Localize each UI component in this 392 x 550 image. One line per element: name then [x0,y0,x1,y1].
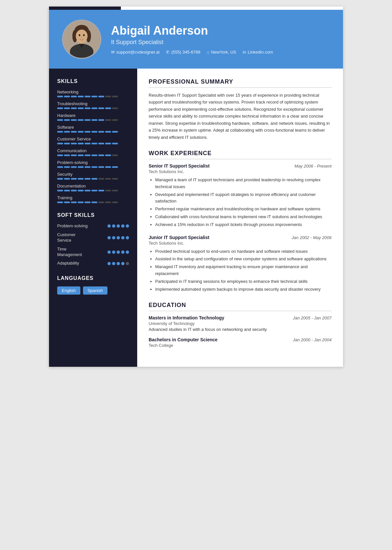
skill-bar-segment [57,119,63,121]
skill-bar [57,119,129,121]
skill-bar-segment [105,154,111,156]
skill-bar-segment [112,131,118,133]
skill-bar-segment [85,119,90,121]
skill-bar [57,96,129,97]
skill-bar-segment [71,166,77,168]
skill-bar-segment [78,202,84,203]
job-bullets: Managed a team of IT support technicians… [149,177,332,228]
svg-point-9 [81,37,82,38]
job-item: Junior IT Support SpecialistJan 2002 - M… [149,235,332,293]
work-title: WORK EXPERIENCE [149,150,332,159]
resume-container: Abigail Anderson It Support Specialist ✉… [49,7,343,367]
language-tag: English [57,286,80,295]
skill-bar-segment [91,96,97,97]
skill-bar-segment [85,96,90,97]
skill-bar-segment [71,178,77,180]
skill-bar-segment [98,178,104,180]
skill-bar-segment [112,119,118,121]
dot [117,251,120,254]
header-section: Abigail Anderson It Support Specialist ✉… [49,10,343,69]
phone-icon: ✆ [166,50,170,55]
skill-bar-segment [91,107,97,109]
skill-bar-segment [78,190,84,191]
skill-bar-segment [105,119,111,121]
skill-bar-segment [71,143,77,144]
svg-point-7 [79,34,80,36]
edu-dates: Jan 2005 - Jan 2007 [293,315,332,320]
skill-name: Software [57,125,129,130]
edu-desc: Advanced studies in IT with a focus on n… [149,327,332,332]
skill-bar-segment [98,131,104,133]
job-dates: May 2006 - Present [295,164,332,169]
skill-bar-segment [64,107,70,109]
linkedin-icon: in [243,50,246,55]
summary-title: PROFESSIONAL SUMMARY [149,78,332,88]
contact-linkedin: in LinkedIn.com [243,50,273,55]
skill-bar-segment [71,154,77,156]
skill-bar [57,190,129,191]
skill-bar-segment [57,178,63,180]
job-bullet: Participated in IT training sessions for… [155,278,332,285]
skill-bar-segment [85,190,90,191]
job-company: Tech Solutions Inc. [149,241,332,246]
edu-degree: Masters in Information Technology [149,315,224,320]
languages-title: LANGUAGES [57,275,129,281]
soft-skill-name: Customer Service [57,232,90,243]
summary-text: Results-driven IT Support Specialist wit… [149,92,332,141]
job-title: Senior IT Support Specialist [149,163,210,169]
skill-item: Networking [57,89,129,97]
dot [117,236,120,239]
soft-skills-title: SOFT SKILLS [57,212,129,218]
edu-dates: Jan 2000 - Jan 2004 [293,337,332,342]
soft-skills-section: SOFT SKILLS Problem-solvingCustomer Serv… [57,212,129,266]
skill-bar-segment [78,143,84,144]
dots-container [107,236,129,239]
soft-skill-name: Problem-solving [57,223,88,229]
dot [112,262,115,265]
education-list: Masters in Information TechnologyJan 200… [149,315,332,348]
skill-bar-segment [71,202,77,203]
skill-bar-segment [78,107,84,109]
skill-name: Security [57,172,129,177]
dot [121,236,124,239]
dot [112,224,115,228]
svg-point-6 [76,30,88,43]
skill-bar-segment [57,143,63,144]
skill-bar-segment [57,190,63,191]
body-section: SKILLS NetworkingTroubleshootingHardware… [49,69,343,367]
soft-skill-item: Customer Service [57,232,129,243]
skill-bar-segment [64,143,70,144]
sidebar: SKILLS NetworkingTroubleshootingHardware… [49,69,137,367]
job-header: Senior IT Support SpecialistMay 2006 - P… [149,163,332,169]
skill-bar-segment [64,154,70,156]
skill-item: Security [57,172,129,180]
skill-bar-segment [112,190,118,191]
skill-bar-segment [91,119,97,121]
skill-bar-segment [85,143,90,144]
skill-name: Problem-solving [57,160,129,165]
skill-item: Documentation [57,184,129,191]
skill-name: Training [57,195,129,200]
education-item: Masters in Information TechnologyJan 200… [149,315,332,332]
dot [117,224,120,228]
job-dates: Jan 2002 - May 2006 [292,235,332,240]
edu-school: Tech College [149,343,332,348]
skill-bar-segment [57,131,63,133]
skill-bar [57,166,129,168]
skill-bar-segment [57,154,63,156]
job-bullets: Provided technical support to end-users … [149,248,332,293]
skill-bar-segment [57,202,63,203]
soft-skill-item: Time Management [57,247,129,258]
dots-container [107,224,129,228]
skill-bar [57,143,129,144]
header-title: It Support Specialist [111,39,273,46]
top-bar-accent [49,7,121,10]
job-bullet: Managed IT inventory and equipment track… [155,264,332,277]
skill-bar-segment [105,96,111,97]
email-icon: ✉ [111,50,115,55]
skill-bar-segment [112,154,118,156]
edu-header: Masters in Information TechnologyJan 200… [149,315,332,320]
header-contacts: ✉ support@cvdesigner.ai ✆ (555) 345-6789… [111,50,273,55]
work-experience-section: WORK EXPERIENCE Senior IT Support Specia… [149,150,332,293]
skill-bar [57,154,129,156]
